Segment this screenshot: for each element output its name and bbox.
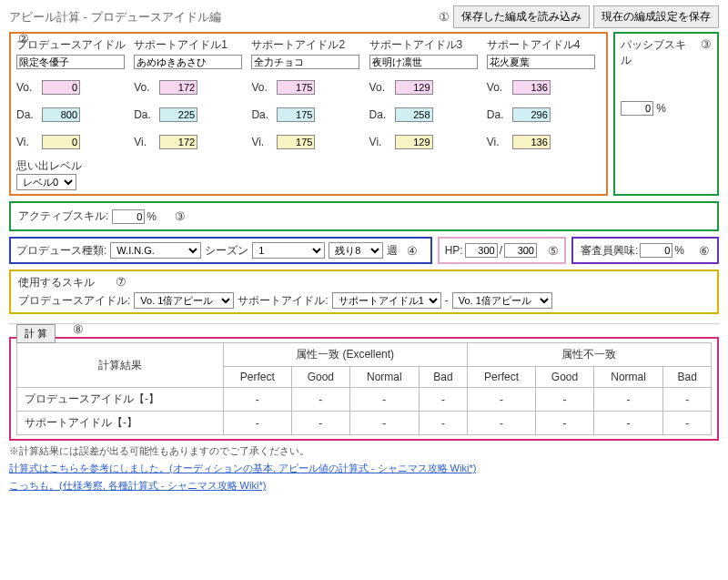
save-button[interactable]: 現在の編成設定を保存	[593, 5, 719, 28]
cell: -	[223, 388, 292, 412]
marker-8: ⑧	[73, 322, 84, 336]
season-label: シーズン	[205, 243, 248, 259]
vo-label: Vo.	[487, 81, 512, 94]
load-button[interactable]: 保存した編成を読み込み	[453, 5, 590, 28]
produce-idol-col: プロデュースアイドル Vo. Da. Vi. 思い出レベル レベル0	[16, 37, 130, 190]
passive-input[interactable]	[621, 101, 653, 116]
cell: -	[663, 388, 712, 412]
marker-6: ⑥	[699, 244, 710, 258]
footnote-text: ※計算結果には誤差が出る可能性もありますのでご了承ください。	[9, 444, 719, 458]
idol-name-input[interactable]	[369, 55, 478, 69]
cell: -	[292, 388, 350, 412]
calc-button[interactable]: 計 算	[16, 324, 56, 343]
vi-input[interactable]	[512, 135, 551, 149]
cell: -	[349, 412, 419, 435]
grade-head: Bad	[420, 367, 468, 388]
grade-head: Normal	[349, 367, 419, 388]
idol-name-input[interactable]	[16, 55, 125, 69]
marker-2: ②	[18, 32, 29, 46]
idol-name-input[interactable]	[487, 55, 595, 69]
vo-input[interactable]	[512, 80, 551, 95]
result-group1: 属性一致 (Excellent)	[223, 343, 467, 367]
percent-unit: %	[674, 244, 684, 257]
col-head: サポートアイドル3	[369, 37, 483, 53]
week-remain-select[interactable]: 残り8	[329, 242, 383, 259]
vi-input[interactable]	[395, 135, 433, 149]
omoide-select[interactable]: レベル0	[16, 174, 76, 190]
idol-name-input[interactable]	[251, 55, 359, 69]
cell: -	[663, 412, 712, 435]
active-label: アクティブスキル:	[18, 209, 108, 224]
vo-label: Vo.	[251, 81, 277, 94]
cell: -	[420, 412, 468, 435]
produce-idol-skill-select[interactable]: Vo. 1倍アピール	[134, 292, 234, 309]
produce-panel: プロデュース種類: W.I.N.G. シーズン 1 残り8 週 ④	[9, 237, 432, 264]
passive-head: パッシブスキル	[621, 37, 695, 68]
grade-head: Good	[292, 367, 350, 388]
support-idol-select[interactable]: サポートアイドル1	[332, 292, 441, 309]
support-idol-skill-label: サポートアイドル:	[238, 293, 328, 309]
col-head: プロデュースアイドル	[16, 37, 130, 53]
da-input[interactable]	[42, 107, 80, 122]
vo-label: Vo.	[16, 81, 42, 94]
row-label: サポートアイドル【-】	[17, 412, 224, 435]
omoide-label: 思い出レベル	[16, 158, 130, 174]
da-label: Da.	[487, 108, 512, 121]
interest-label: 審査員興味:	[581, 243, 638, 259]
da-label: Da.	[251, 108, 277, 121]
cell: -	[467, 412, 536, 435]
cell: -	[292, 412, 350, 435]
page-title: アピール計算 - プロデュースアイドル編	[9, 9, 221, 25]
vi-label: Vi.	[134, 136, 159, 148]
cell: -	[593, 388, 662, 412]
produce-type-select[interactable]: W.I.N.G.	[110, 242, 201, 259]
support-idol-skill-select[interactable]: Vo. 1倍アピール	[452, 292, 552, 309]
active-panel: アクティブスキル: % ③	[9, 201, 719, 231]
hp-label: HP:	[445, 244, 463, 257]
marker-3: ③	[701, 37, 712, 68]
interest-panel: 審査員興味: % ⑥	[571, 237, 719, 264]
da-label: Da.	[16, 108, 42, 121]
vo-input[interactable]	[42, 80, 80, 95]
vi-label: Vi.	[16, 136, 42, 148]
active-input[interactable]	[112, 209, 145, 224]
hp-max-input[interactable]	[504, 243, 537, 258]
marker-5: ⑤	[548, 244, 559, 258]
vi-label: Vi.	[369, 136, 395, 148]
vo-label: Vo.	[369, 81, 395, 94]
ref-link-1[interactable]: 計算式はこちらを参考にしました。(オーディションの基本, アピール値の計算式 -…	[9, 463, 476, 473]
support-idol-1-col: サポートアイドル1 Vo. Da. Vi.	[134, 37, 248, 190]
col-head: サポートアイドル1	[134, 37, 248, 53]
idol-name-input[interactable]	[134, 55, 242, 69]
da-label: Da.	[134, 108, 159, 121]
vo-input[interactable]	[277, 80, 315, 95]
da-input[interactable]	[395, 107, 433, 122]
dash: -	[445, 294, 449, 307]
skill-head: 使用するスキル	[18, 276, 95, 289]
cell: -	[593, 412, 662, 435]
da-input[interactable]	[277, 107, 315, 122]
da-input[interactable]	[512, 107, 551, 122]
grade-head: Normal	[593, 367, 662, 388]
hp-panel: HP: / ⑤	[438, 237, 566, 264]
interest-input[interactable]	[640, 243, 672, 258]
produce-type-label: プロデュース種類:	[16, 243, 106, 259]
marker-4: ④	[407, 244, 418, 258]
cell: -	[536, 412, 594, 435]
vi-input[interactable]	[42, 135, 80, 149]
cell: -	[349, 388, 419, 412]
percent-unit: %	[656, 102, 666, 115]
season-select[interactable]: 1	[252, 242, 325, 259]
grade-head: Perfect	[467, 367, 536, 388]
vo-input[interactable]	[159, 80, 197, 95]
vi-input[interactable]	[277, 135, 315, 149]
hp-cur-input[interactable]	[465, 243, 498, 258]
col-head: サポートアイドル2	[251, 37, 365, 53]
ref-link-2[interactable]: こっちも。(仕様考察, 各種計算式 - シャニマス攻略 Wiki*)	[9, 480, 266, 491]
vi-input[interactable]	[159, 135, 197, 149]
table-row: サポートアイドル【-】 - - - - - - - -	[17, 412, 712, 435]
grade-head: Perfect	[223, 367, 292, 388]
vo-input[interactable]	[395, 80, 433, 95]
vi-label: Vi.	[487, 136, 512, 148]
da-input[interactable]	[159, 107, 197, 122]
